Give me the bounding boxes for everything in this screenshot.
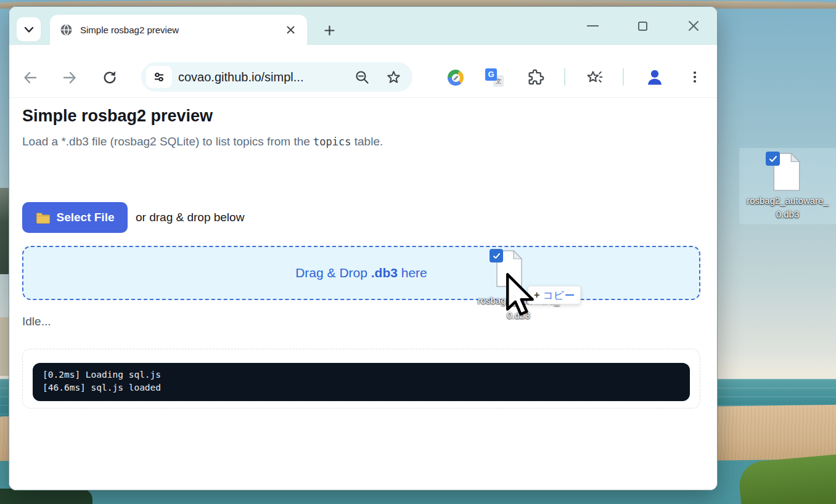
star-badge-icon [585,68,604,87]
console-log: [0.2ms] Loading sql.js [46.6ms] sql.js l… [33,363,690,401]
console-line-1: [0.2ms] Loading sql.js [43,370,161,380]
minimize-button[interactable] [581,7,604,45]
pencil-icon [453,75,458,80]
page-content: Simple rosbag2 preview Load a *.db3 file… [9,98,717,490]
ghost-file-label-line2: 0.db3 [469,309,568,322]
file-selected-checkbox-icon[interactable] [766,152,780,166]
plus-icon [324,25,335,36]
browser-window: Simple rosbag2 preview [9,6,718,490]
drag-drop-hint: or drag & drop below [136,211,244,224]
console-card: [0.2ms] Loading sql.js [46.6ms] sql.js l… [22,349,700,408]
back-button[interactable] [21,68,39,87]
forward-icon [62,70,78,86]
desktop-file-icon[interactable]: rosbag2_autoware_ 0.db3 [739,148,836,224]
extensions-puzzle-button[interactable] [526,68,544,87]
browser-toolbar: covao.github.io/simpl... 文 G [9,45,717,98]
browser-menu-button[interactable] [690,68,700,86]
url-text: covao.github.io/simpl... [178,70,303,84]
dropzone-text: Drag & Drop .db3 here [295,266,427,280]
select-file-label: Select File [57,211,115,224]
chevron-down-icon [23,26,35,33]
subtitle-prefix: Load a *.db3 file (rosbag2 SQLite) to li… [22,135,313,148]
console-line-2: [46.6ms] sql.js loaded [43,383,161,392]
toolbar-separator [564,68,565,86]
subtitle-suffix: table. [351,135,383,148]
translate-extension-icon[interactable]: 文 G [485,68,504,87]
tab-strip: Simple rosbag2 preview [9,7,717,45]
toolbar-separator [623,68,624,86]
puzzle-icon [526,68,544,87]
wallpaper-tan-left [0,317,9,376]
minimize-icon [587,25,599,26]
profile-avatar-button[interactable] [645,67,665,87]
browser-tab[interactable]: Simple rosbag2 preview [50,15,307,45]
page-title: Simple rosbag2 preview [22,107,213,126]
side-panel-star-button[interactable] [585,68,604,87]
subtitle-code: topics [313,136,351,148]
dot-icon [694,71,696,74]
page-subtitle: Load a *.db3 file (rosbag2 SQLite) to li… [22,135,383,148]
desktop-file-label-line2: 0.db3 [739,208,836,221]
person-icon [645,67,665,87]
address-bar[interactable]: covao.github.io/simpl... [141,62,412,92]
wallpaper-grass-left [0,489,92,504]
tab-title: Simple rosbag2 preview [80,25,179,35]
translate-g-icon: G [485,68,497,81]
zoom-out-icon[interactable] [354,70,370,85]
back-icon [22,70,38,86]
close-icon [287,26,295,34]
tab-search-button[interactable] [17,17,41,41]
dropzone-ext: .db3 [371,266,398,280]
maximize-button[interactable] [631,7,654,45]
desktop-file-label-line1: rosbag2_autoware_ [739,195,836,207]
status-text: Idle... [22,315,51,328]
maximize-icon [638,22,647,31]
extension-colorful-icon[interactable] [448,70,464,86]
site-settings-button[interactable] [146,66,172,88]
dot-icon [694,80,696,83]
new-tab-button[interactable] [318,19,340,41]
dot-icon [694,76,696,78]
tab-close-button[interactable] [282,22,298,38]
globe-favicon-icon [60,23,73,36]
reload-icon [102,70,118,86]
select-file-button[interactable]: Select File [22,202,128,233]
reload-button[interactable] [100,68,119,87]
bookmark-star-icon[interactable] [386,70,401,85]
tune-icon [153,71,165,83]
window-close-icon [688,20,699,31]
folder-icon [36,212,51,224]
forward-button[interactable] [60,68,79,87]
dropzone[interactable]: Drag & Drop .db3 here [22,246,700,300]
wallpaper-tree-left [0,188,9,274]
window-close-button[interactable] [682,7,705,45]
